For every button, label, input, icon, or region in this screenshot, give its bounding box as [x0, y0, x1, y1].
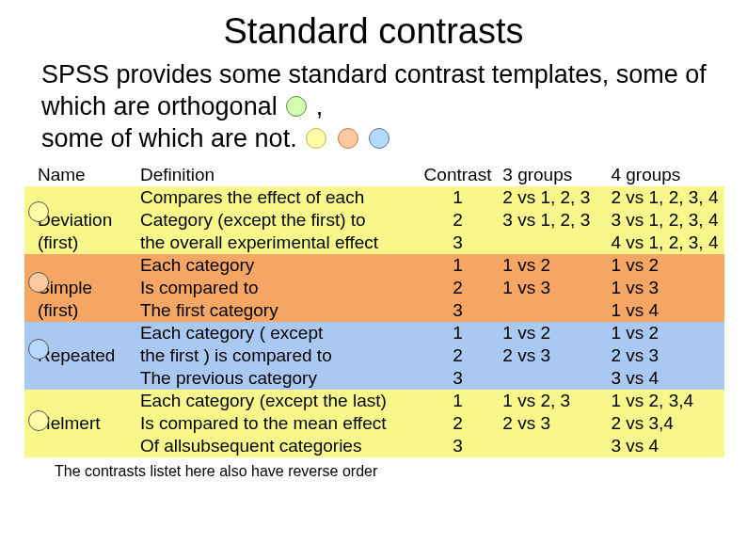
- table-row: Each category (except the last) 1 1 vs 2…: [24, 390, 724, 412]
- cell-name: [24, 367, 136, 390]
- cell-4g: 1 vs 2: [607, 322, 724, 344]
- green-circle-icon: [286, 96, 307, 117]
- blue-circle-icon: [369, 128, 389, 149]
- cell-3g: [499, 435, 607, 457]
- cell-3g: [499, 232, 607, 254]
- cell-name: (first): [24, 232, 136, 254]
- cell-def: Each category: [136, 254, 417, 277]
- intro-text: SPSS provides some standard contrast tem…: [0, 56, 747, 158]
- cell-def: Is compared to: [136, 277, 417, 299]
- cell-def: the overall experimental effect: [136, 232, 417, 254]
- header-4groups: 4 groups: [607, 164, 724, 186]
- cell-4g: 3 vs 1, 2, 3, 4: [607, 209, 724, 232]
- cell-name: [24, 390, 136, 412]
- table-row: (first) the overall experimental effect …: [24, 232, 724, 254]
- cell-contrast: 1: [417, 322, 500, 344]
- cell-def: Compares the effect of each: [136, 186, 417, 209]
- table-header-row: Name Definition Contrast 3 groups 4 grou…: [24, 164, 724, 186]
- table-row: Helmert Is compared to the mean effect 2…: [24, 412, 724, 435]
- intro-part2: some of which are not.: [41, 124, 304, 152]
- table-row: Each category 1 1 vs 2 1 vs 2: [24, 254, 724, 277]
- cell-contrast: 2: [417, 412, 500, 435]
- table-row: Compares the effect of each 1 2 vs 1, 2,…: [24, 186, 724, 209]
- contrast-table: Name Definition Contrast 3 groups 4 grou…: [24, 164, 724, 457]
- table-row: Simple Is compared to 2 1 vs 3 1 vs 3: [24, 277, 724, 299]
- yellow-circle-icon: [306, 128, 326, 149]
- table-row: Of allsubsequent categories 3 3 vs 4: [24, 435, 724, 457]
- cell-contrast: 2: [417, 209, 500, 232]
- cell-contrast: 3: [417, 435, 500, 457]
- cell-def: Each category (except the last): [136, 390, 417, 412]
- footnote: The contrasts listet here also have reve…: [0, 457, 747, 480]
- cell-name: [24, 435, 136, 457]
- cell-4g: 3 vs 4: [607, 435, 724, 457]
- header-definition: Definition: [136, 164, 417, 186]
- cell-contrast: 1: [417, 186, 500, 209]
- cell-def: Each category ( except: [136, 322, 417, 344]
- table-row: Each category ( except 1 1 vs 2 1 vs 2: [24, 322, 724, 344]
- cell-def: Of allsubsequent categories: [136, 435, 417, 457]
- cell-def: The previous category: [136, 367, 417, 390]
- cell-4g: 2 vs 1, 2, 3, 4: [607, 186, 724, 209]
- intro-part1: SPSS provides some standard contrast tem…: [41, 60, 707, 120]
- cell-4g: 2 vs 3,4: [607, 412, 724, 435]
- cell-3g: 1 vs 2, 3: [499, 390, 607, 412]
- cell-4g: 2 vs 3: [607, 344, 724, 367]
- table-row: Repeated the first ) is compared to 2 2 …: [24, 344, 724, 367]
- cell-3g: [499, 367, 607, 390]
- cell-contrast: 3: [417, 367, 500, 390]
- cell-3g: 2 vs 3: [499, 412, 607, 435]
- cell-3g: 1 vs 2: [499, 254, 607, 277]
- cell-3g: 2 vs 3: [499, 344, 607, 367]
- header-3groups: 3 groups: [499, 164, 607, 186]
- cell-contrast: 3: [417, 232, 500, 254]
- cell-name: (first): [24, 299, 136, 322]
- cell-contrast: 1: [417, 390, 500, 412]
- cell-4g: 1 vs 2, 3,4: [607, 390, 724, 412]
- cell-3g: 3 vs 1, 2, 3: [499, 209, 607, 232]
- table-row: The previous category 3 3 vs 4: [24, 367, 724, 390]
- cell-contrast: 2: [417, 344, 500, 367]
- table-row: (first) The first category 3 1 vs 4: [24, 299, 724, 322]
- cell-3g: 1 vs 3: [499, 277, 607, 299]
- cell-def: Category (except the first) to: [136, 209, 417, 232]
- cell-contrast: 3: [417, 299, 500, 322]
- intro-comma: ,: [316, 92, 324, 120]
- cell-def: The first category: [136, 299, 417, 322]
- cell-4g: 1 vs 4: [607, 299, 724, 322]
- header-name: Name: [24, 164, 136, 186]
- cell-4g: 3 vs 4: [607, 367, 724, 390]
- cell-4g: 4 vs 1, 2, 3, 4: [607, 232, 724, 254]
- contrast-table-wrap: Name Definition Contrast 3 groups 4 grou…: [24, 164, 724, 457]
- cell-3g: 2 vs 1, 2, 3: [499, 186, 607, 209]
- cell-def: the first ) is compared to: [136, 344, 417, 367]
- cell-4g: 1 vs 2: [607, 254, 724, 277]
- cell-contrast: 1: [417, 254, 500, 277]
- cell-3g: [499, 299, 607, 322]
- cell-4g: 1 vs 3: [607, 277, 724, 299]
- orange-circle-icon: [338, 128, 358, 149]
- page-title: Standard contrasts: [0, 0, 747, 56]
- table-row: Deviation Category (except the first) to…: [24, 209, 724, 232]
- header-contrast: Contrast: [417, 164, 500, 186]
- cell-3g: 1 vs 2: [499, 322, 607, 344]
- cell-def: Is compared to the mean effect: [136, 412, 417, 435]
- cell-contrast: 2: [417, 277, 500, 299]
